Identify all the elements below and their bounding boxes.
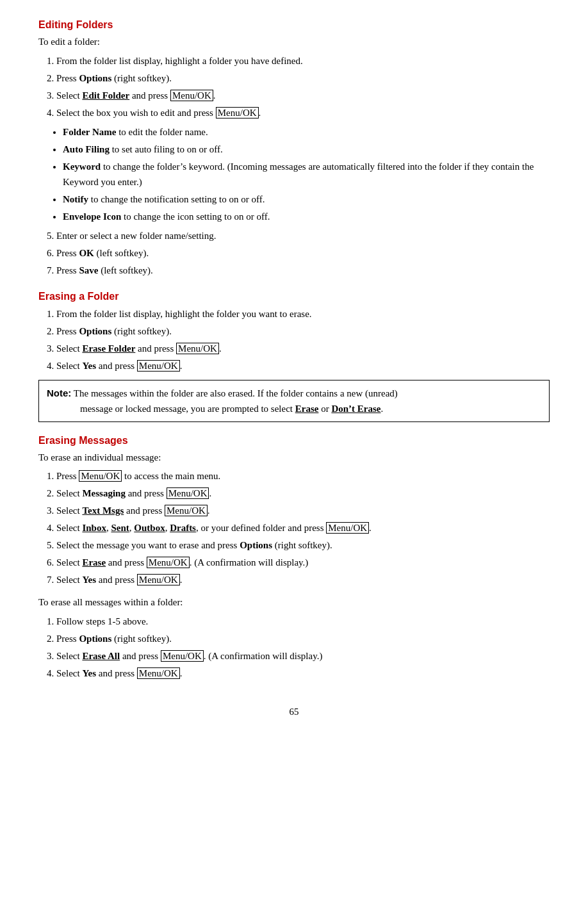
list-item: Select Erase and press Menu/OK. (A confi… <box>56 555 550 570</box>
key-menuok: Menu/OK <box>161 650 204 662</box>
bullet-keyword: Keyword <box>63 161 101 172</box>
list-item: Keyword to change the folder’s keyword. … <box>63 159 550 190</box>
list-item: From the folder list display, highlight … <box>56 53 550 69</box>
editing-folders-steps: From the folder list display, highlight … <box>56 53 550 120</box>
list-item: Select Text Msgs and press Menu/OK. <box>56 503 550 518</box>
list-item: Select the message you want to erase and… <box>56 537 550 553</box>
list-item: From the folder list display, highlight … <box>56 306 550 322</box>
keyword-drafts: Drafts <box>170 523 196 533</box>
list-item: Select Erase Folder and press Menu/OK. <box>56 341 550 356</box>
key-menuok: Menu/OK <box>326 522 369 534</box>
list-item: Auto Filing to set auto filing to on or … <box>63 142 550 157</box>
key-menuok: Menu/OK <box>147 557 190 568</box>
list-item: Select Yes and press Menu/OK. <box>56 666 550 681</box>
list-item: Press Menu/OK to access the main menu. <box>56 468 550 484</box>
keyword-options: Options <box>240 540 272 550</box>
heading-editing-folders: Editing Folders <box>38 19 550 31</box>
list-item: Select Yes and press Menu/OK. <box>56 572 550 587</box>
list-item: Select Messaging and press Menu/OK. <box>56 486 550 501</box>
editing-folders-bullets: Folder Name to edit the folder name. Aut… <box>63 124 550 224</box>
section-erasing-folder: Erasing a Folder From the folder list di… <box>38 291 550 422</box>
keyword-erase: Erase <box>82 557 106 568</box>
keyword-erase: Erase <box>295 404 319 414</box>
key-menuok: Menu/OK <box>170 90 213 101</box>
section-erasing-messages: Erasing Messages To erase an individual … <box>38 435 550 681</box>
keyword-yes: Yes <box>82 575 96 585</box>
keyword-text-msgs: Text Msgs <box>82 505 124 516</box>
list-item: Select Erase All and press Menu/OK. (A c… <box>56 648 550 664</box>
note-box-erasing-folder: Note: The messages within the folder are… <box>38 380 550 422</box>
page-number: 65 <box>38 707 550 717</box>
list-item: Envelope Icon to change the icon setting… <box>63 209 550 224</box>
section-editing-folders: Editing Folders To edit a folder: From t… <box>38 19 550 278</box>
keyword-yes: Yes <box>82 361 96 371</box>
bullet-folder-name: Folder Name <box>63 127 116 137</box>
list-item: Select Yes and press Menu/OK. <box>56 358 550 373</box>
editing-folders-intro: To edit a folder: <box>38 35 550 49</box>
note-label: Note: <box>47 388 71 398</box>
keyword-options: Options <box>79 326 111 336</box>
key-menuok: Menu/OK <box>176 343 219 354</box>
list-item: Enter or select a new folder name/settin… <box>56 228 550 243</box>
keyword-dont-erase: Don’t Erase <box>331 404 380 414</box>
editing-folders-steps2: Enter or select a new folder name/settin… <box>56 228 550 278</box>
bullet-auto-filing: Auto Filing <box>63 144 110 154</box>
list-item: Press Options (right softkey). <box>56 323 550 339</box>
key-menuok: Menu/OK <box>79 470 122 482</box>
keyword-edit-folder: Edit Folder <box>82 90 129 101</box>
key-ok: OK <box>79 248 94 258</box>
bullet-envelope-icon: Envelope Icon <box>63 211 121 222</box>
list-item: Follow steps 1-5 above. <box>56 614 550 629</box>
erasing-all-intro: To erase all messages within a folder: <box>38 595 550 610</box>
keyword-options: Options <box>79 634 111 644</box>
key-save: Save <box>79 265 98 275</box>
list-item: Press Options (right softkey). <box>56 631 550 646</box>
list-item: Press OK (left softkey). <box>56 245 550 261</box>
keyword-inbox: Inbox <box>82 523 106 533</box>
list-item: Select Edit Folder and press Menu/OK. <box>56 88 550 103</box>
keyword-sent: Sent <box>111 523 129 533</box>
heading-erasing-folder: Erasing a Folder <box>38 291 550 302</box>
list-item: Select Inbox, Sent, Outbox, Drafts, or y… <box>56 520 550 536</box>
keyword-erase-folder: Erase Folder <box>82 343 135 354</box>
key-menuok: Menu/OK <box>165 505 208 516</box>
list-item: Folder Name to edit the folder name. <box>63 124 550 140</box>
key-menuok: Menu/OK <box>137 360 180 372</box>
list-item: Select the box you wish to edit and pres… <box>56 105 550 120</box>
list-item: Notify to change the notification settin… <box>63 192 550 207</box>
bullet-notify: Notify <box>63 194 88 204</box>
page-content: Editing Folders To edit a folder: From t… <box>38 19 550 717</box>
keyword-messaging: Messaging <box>82 488 126 498</box>
heading-erasing-messages: Erasing Messages <box>38 435 550 446</box>
keyword-outbox: Outbox <box>134 523 165 533</box>
key-menuok: Menu/OK <box>137 574 180 585</box>
keyword-options: Options <box>79 73 111 83</box>
keyword-erase-all: Erase All <box>82 651 120 661</box>
keyword-yes: Yes <box>82 668 96 678</box>
erasing-messages-intro: To erase an individual message: <box>38 450 550 465</box>
list-item: Press Save (left softkey). <box>56 263 550 278</box>
list-item: Press Options (right softkey). <box>56 70 550 86</box>
key-menuok: Menu/OK <box>167 487 209 499</box>
note-line2: message or locked message, you are promp… <box>80 401 541 416</box>
erasing-all-steps: Follow steps 1-5 above. Press Options (r… <box>56 614 550 681</box>
erasing-folder-steps: From the folder list display, highlight … <box>56 306 550 373</box>
erasing-messages-steps: Press Menu/OK to access the main menu. S… <box>56 468 550 587</box>
key-menuok: Menu/OK <box>137 667 180 679</box>
key-menuok: Menu/OK <box>216 107 259 119</box>
